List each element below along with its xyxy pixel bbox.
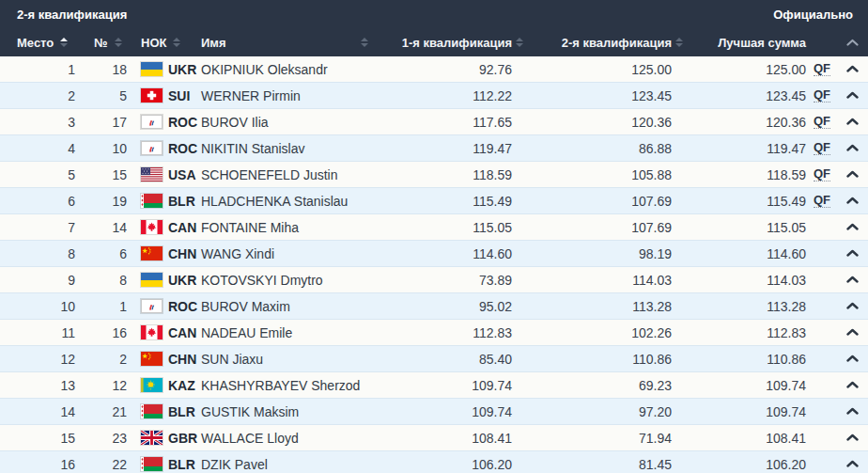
chevron-up-icon[interactable] bbox=[846, 302, 859, 310]
panel-header: 2-я квалификация Официально bbox=[0, 0, 868, 28]
qf-badge[interactable]: QF bbox=[814, 62, 830, 76]
spacer bbox=[512, 188, 540, 213]
row-collapse-control[interactable] bbox=[842, 451, 868, 473]
noc-code: CHN bbox=[168, 352, 196, 367]
sort-icon[interactable] bbox=[361, 38, 368, 47]
chevron-up-icon[interactable] bbox=[846, 223, 859, 231]
row-collapse-control[interactable] bbox=[842, 241, 868, 266]
row-collapse-control[interactable] bbox=[842, 320, 868, 345]
best-score: 114.03 bbox=[767, 273, 806, 288]
row-collapse-control[interactable] bbox=[842, 346, 868, 371]
athlete-name: NADEAU Emile bbox=[201, 325, 292, 340]
chevron-up-icon[interactable] bbox=[846, 249, 859, 258]
qf-badge[interactable]: QF bbox=[814, 88, 830, 102]
bib-value: 6 bbox=[119, 246, 127, 261]
chevron-up-icon[interactable] bbox=[846, 170, 859, 179]
chevron-up-icon[interactable] bbox=[846, 39, 859, 47]
best-score-cell: 106.20 bbox=[700, 451, 806, 473]
spacer bbox=[512, 372, 540, 398]
bib-value: 23 bbox=[112, 431, 127, 446]
chevron-up-icon[interactable] bbox=[846, 65, 859, 73]
q1-score-cell: 112.83 bbox=[376, 320, 512, 345]
column-header-q2-sort[interactable] bbox=[672, 28, 700, 56]
column-header-noc[interactable]: НОК bbox=[127, 28, 197, 56]
blr-flag-icon bbox=[141, 457, 163, 471]
sort-icon[interactable] bbox=[173, 38, 180, 47]
qf-column-spacer bbox=[806, 28, 842, 56]
chevron-up-icon[interactable] bbox=[846, 328, 859, 337]
spacer bbox=[512, 162, 540, 187]
row-collapse-control[interactable] bbox=[842, 162, 868, 187]
spacer bbox=[672, 135, 700, 161]
athlete-name: GUSTIK Maksim bbox=[201, 404, 299, 419]
q2-score: 114.03 bbox=[632, 273, 672, 288]
row-collapse-control[interactable] bbox=[842, 293, 868, 319]
column-header-place[interactable]: Место bbox=[0, 28, 75, 56]
row-collapse-control[interactable] bbox=[842, 56, 868, 82]
row-collapse-control[interactable] bbox=[842, 109, 868, 134]
qf-cell: QF bbox=[806, 399, 842, 424]
place-cell: 6 bbox=[0, 188, 75, 213]
row-collapse-control[interactable] bbox=[842, 214, 868, 240]
chevron-up-icon[interactable] bbox=[846, 144, 859, 152]
sort-icon[interactable] bbox=[115, 38, 122, 47]
best-score-cell: 114.60 bbox=[700, 241, 806, 266]
chevron-up-icon[interactable] bbox=[846, 118, 859, 126]
best-score: 110.86 bbox=[767, 352, 806, 367]
qf-cell: QF bbox=[806, 320, 842, 345]
column-header-q2[interactable]: 2-я квалификация bbox=[540, 28, 672, 56]
row-collapse-control[interactable] bbox=[842, 425, 868, 450]
name-cell: FONTAINE Miha bbox=[197, 214, 376, 240]
q1-score-cell: 115.05 bbox=[376, 214, 512, 240]
column-header-bib[interactable]: № bbox=[75, 28, 127, 56]
spacer bbox=[672, 188, 700, 213]
column-header-q1[interactable]: 1-я квалификация bbox=[376, 28, 512, 56]
collapse-all-control[interactable] bbox=[842, 28, 868, 56]
chevron-up-icon[interactable] bbox=[846, 355, 859, 363]
row-collapse-control[interactable] bbox=[842, 83, 868, 108]
spacer bbox=[672, 241, 700, 266]
chevron-up-icon[interactable] bbox=[846, 91, 859, 100]
best-score-cell: 113.28 bbox=[700, 293, 806, 319]
name-cell: WANG Xindi bbox=[197, 241, 376, 266]
roc-flag-icon bbox=[141, 115, 163, 129]
q1-score-cell: 108.41 bbox=[376, 425, 512, 450]
athlete-name: WANG Xindi bbox=[201, 246, 274, 261]
place-cell: 16 bbox=[0, 451, 75, 473]
chevron-up-icon[interactable] bbox=[846, 407, 859, 416]
best-score-cell: 109.74 bbox=[700, 399, 806, 424]
chevron-up-icon[interactable] bbox=[846, 434, 859, 442]
row-collapse-control[interactable] bbox=[842, 188, 868, 213]
table-row: 11 16 CAN NADEAU Emile 112.83 102.26 112… bbox=[0, 320, 868, 346]
sort-asc-active-icon[interactable] bbox=[60, 38, 68, 47]
row-collapse-control[interactable] bbox=[842, 267, 868, 292]
ukr-flag-icon bbox=[141, 273, 163, 287]
qf-badge[interactable]: QF bbox=[814, 194, 830, 208]
q1-score: 92.76 bbox=[479, 62, 512, 77]
row-collapse-control[interactable] bbox=[842, 135, 868, 161]
spacer bbox=[672, 399, 700, 424]
row-collapse-control[interactable] bbox=[842, 372, 868, 398]
sort-icon[interactable] bbox=[516, 38, 523, 47]
row-collapse-control[interactable] bbox=[842, 399, 868, 424]
chevron-up-icon[interactable] bbox=[846, 460, 859, 468]
spacer bbox=[672, 109, 700, 134]
best-score: 109.74 bbox=[766, 378, 806, 393]
qf-badge[interactable]: QF bbox=[814, 167, 830, 181]
athlete-name: NIKITIN Stanislav bbox=[201, 141, 304, 156]
column-header-q1-sort[interactable] bbox=[512, 28, 540, 56]
bib-value: 2 bbox=[119, 352, 127, 367]
column-header-name[interactable]: Имя bbox=[197, 28, 376, 56]
spacer bbox=[512, 346, 540, 371]
q2-score-cell: 107.69 bbox=[540, 188, 672, 213]
qf-badge[interactable]: QF bbox=[814, 115, 830, 129]
chevron-up-icon[interactable] bbox=[846, 381, 859, 389]
place-cell: 1 bbox=[0, 56, 75, 82]
usa-flag-icon bbox=[141, 167, 163, 181]
sort-icon[interactable] bbox=[675, 38, 683, 47]
chevron-up-icon[interactable] bbox=[846, 276, 859, 284]
bib-cell: 23 bbox=[75, 425, 127, 450]
best-score: 108.41 bbox=[766, 431, 806, 446]
qf-badge[interactable]: QF bbox=[814, 141, 830, 155]
chevron-up-icon[interactable] bbox=[846, 197, 859, 205]
